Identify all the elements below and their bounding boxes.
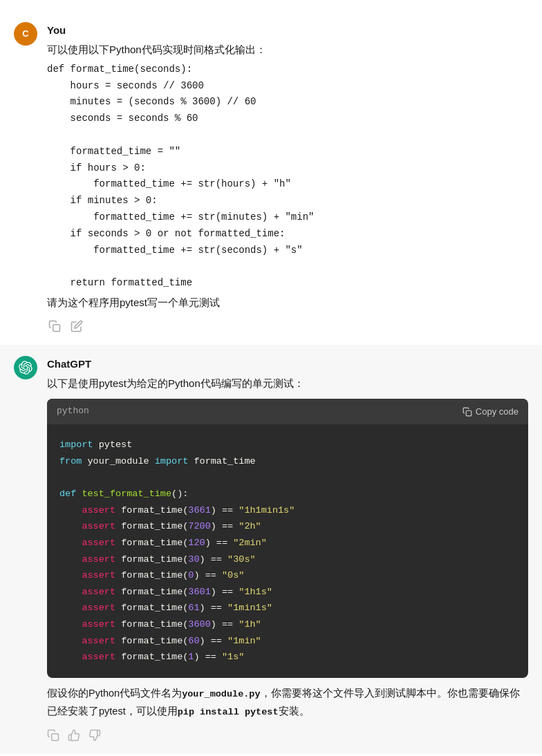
svg-rect-2: [52, 734, 59, 741]
footer-text-3: 安装。: [279, 706, 310, 717]
gpt-message: ChatGPT 以下是使用pytest为给定的Python代码编写的单元测试： …: [0, 345, 542, 754]
gpt-intro-text: 以下是使用pytest为给定的Python代码编写的单元测试：: [47, 375, 528, 393]
footer-code-1: your_module.py: [182, 689, 260, 699]
edit-icon[interactable]: [69, 319, 84, 334]
user-avatar: C: [14, 22, 37, 46]
thumbs-up-icon[interactable]: [68, 729, 82, 743]
copy-code-button[interactable]: Copy code: [462, 406, 518, 417]
user-code-block: def format_time(seconds): hours = second…: [47, 62, 528, 292]
gpt-copy-icon[interactable]: [47, 729, 61, 743]
thumbs-down-icon[interactable]: [88, 729, 102, 743]
svg-rect-0: [53, 324, 60, 331]
copy-icon[interactable]: [47, 319, 62, 334]
user-intro-text: 可以使用以下Python代码实现时间格式化输出：: [47, 41, 528, 59]
user-outro-text: 请为这个程序用pytest写一个单元测试: [47, 294, 528, 312]
footer-text-1: 假设你的Python代码文件名为: [47, 688, 182, 699]
gpt-footer-text: 假设你的Python代码文件名为your_module.py，你需要将这个文件导…: [47, 685, 528, 721]
gpt-name: ChatGPT: [47, 356, 528, 372]
gpt-avatar: [14, 356, 37, 379]
gpt-logo-icon: [19, 361, 32, 375]
user-avatar-initials: C: [22, 27, 28, 41]
svg-rect-1: [466, 410, 471, 416]
user-message-content: You 可以使用以下Python代码实现时间格式化输出： def format_…: [47, 22, 528, 334]
user-message-text: 可以使用以下Python代码实现时间格式化输出： def format_time…: [47, 41, 528, 312]
code-block: python Copy code import pytest from your…: [47, 399, 528, 678]
footer-code-2: pip install pytest: [178, 707, 279, 717]
gpt-footer-actions: [47, 729, 528, 743]
user-name: You: [47, 22, 528, 39]
copy-code-label: Copy code: [476, 406, 518, 417]
copy-code-icon: [462, 407, 472, 417]
code-header: python Copy code: [47, 399, 528, 424]
gpt-message-content: ChatGPT 以下是使用pytest为给定的Python代码编写的单元测试： …: [47, 356, 528, 743]
code-body: import pytest from your_module import fo…: [47, 424, 528, 678]
user-message: C You 可以使用以下Python代码实现时间格式化输出： def forma…: [0, 11, 542, 345]
code-language-label: python: [57, 404, 89, 419]
user-message-actions: [47, 319, 528, 334]
